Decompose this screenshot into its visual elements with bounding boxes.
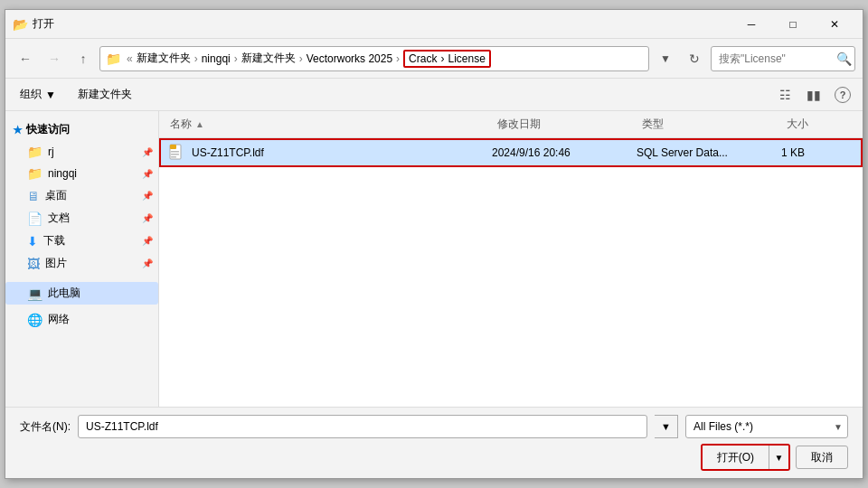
sidebar-item-thispc[interactable]: 💻 此电脑 xyxy=(5,282,158,305)
pin-icon-ningqi: 📌 xyxy=(142,169,153,179)
maximize-button[interactable]: □ xyxy=(772,10,814,39)
new-folder-label: 新建文件夹 xyxy=(78,87,132,102)
file-modified: 2024/9/16 20:46 xyxy=(492,146,637,159)
sidebar: ★ 快速访问 📁 rj 📌 📁 ningqi 📌 🖥 桌面 📌 📄 文档 xyxy=(5,111,159,407)
pc-icon: 💻 xyxy=(27,286,42,301)
breadcrumb-crack[interactable]: Crack xyxy=(409,52,437,65)
sidebar-item-label-desktop: 桌面 xyxy=(45,188,67,203)
file-icon xyxy=(168,144,186,162)
file-open-dialog: 📂 打开 ─ □ ✕ ← → ↑ 📁 « 新建文件夹 › ningqi › 新建… xyxy=(5,9,863,479)
pin-icon-downloads: 📌 xyxy=(142,236,153,246)
pin-icon-desktop: 📌 xyxy=(142,191,153,201)
sidebar-item-network[interactable]: 🌐 网络 xyxy=(5,308,158,331)
sidebar-item-rj[interactable]: 📁 rj 📌 xyxy=(5,141,158,163)
breadcrumb-sep-crack: › xyxy=(440,52,444,65)
svg-rect-4 xyxy=(171,156,176,158)
minimize-button[interactable]: ─ xyxy=(731,10,772,39)
folder-icon-ningqi: 📁 xyxy=(27,166,42,181)
svg-rect-2 xyxy=(171,151,179,153)
breadcrumb-sep-2: › xyxy=(234,52,238,65)
open-button[interactable]: 打开(O) xyxy=(703,446,769,469)
filename-dropdown-button[interactable]: ▼ xyxy=(655,415,678,438)
forward-button[interactable]: → xyxy=(42,46,67,71)
col-modified-label: 修改日期 xyxy=(497,117,541,132)
sidebar-item-label-docs: 文档 xyxy=(48,211,70,226)
col-name[interactable]: 名称 ▲ xyxy=(166,115,494,134)
sidebar-item-label-rj: rj xyxy=(48,145,54,158)
window-controls: ─ □ ✕ xyxy=(731,10,855,39)
toolbar: 组织 ▼ 新建文件夹 ☷ ▮▮ ? xyxy=(5,79,863,111)
folder-icon-docs: 📄 xyxy=(27,211,42,226)
sidebar-item-downloads[interactable]: ⬇ 下载 📌 xyxy=(5,230,158,252)
svg-rect-1 xyxy=(170,145,176,149)
file-name: US-Z11TCP.ldf xyxy=(192,146,264,159)
breadcrumb-sep-3: › xyxy=(299,52,303,65)
breadcrumb-dropdown-button[interactable]: ▼ xyxy=(653,46,678,71)
open-dropdown-button[interactable]: ▼ xyxy=(769,446,788,469)
quick-access-label: 快速访问 xyxy=(26,122,70,137)
close-button[interactable]: ✕ xyxy=(814,10,855,39)
sidebar-item-desktop[interactable]: 🖥 桌面 📌 xyxy=(5,184,158,207)
breadcrumb-part-1[interactable]: 新建文件夹 xyxy=(137,51,191,66)
col-type-label: 类型 xyxy=(642,117,664,132)
sidebar-item-label-network: 网络 xyxy=(48,312,70,327)
cancel-button[interactable]: 取消 xyxy=(796,446,848,469)
breadcrumb-sep-4: › xyxy=(396,52,400,65)
breadcrumb-part-2[interactable]: ningqi xyxy=(202,52,231,65)
refresh-button[interactable]: ↻ xyxy=(682,46,707,71)
sidebar-item-pics[interactable]: 🖼 图片 📌 xyxy=(5,252,158,275)
col-size-label: 大小 xyxy=(787,117,808,132)
network-icon: 🌐 xyxy=(27,313,42,327)
file-list-header: 名称 ▲ 修改日期 类型 大小 xyxy=(159,111,863,138)
col-size[interactable]: 大小 xyxy=(783,115,855,134)
breadcrumb-part-4[interactable]: Vectorworks 2025 xyxy=(307,52,392,65)
breadcrumb-part-3[interactable]: 新建文件夹 xyxy=(241,51,296,66)
filename-label: 文件名(N): xyxy=(20,419,71,435)
search-button[interactable]: 🔍 xyxy=(836,52,852,66)
filetype-select[interactable]: All Files (*.*)LDF Files (*.ldf)MDF File… xyxy=(685,415,848,438)
action-row: 打开(O) ▼ 取消 xyxy=(20,444,848,471)
organize-label: 组织 xyxy=(20,87,42,102)
up-button[interactable]: ↑ xyxy=(71,46,96,71)
col-type[interactable]: 类型 xyxy=(638,115,783,134)
view-layout-button[interactable]: ▮▮ xyxy=(801,83,826,107)
breadcrumb-license[interactable]: License xyxy=(448,52,485,65)
main-area: ★ 快速访问 📁 rj 📌 📁 ningqi 📌 🖥 桌面 📌 📄 文档 xyxy=(5,111,863,407)
search-input[interactable] xyxy=(711,46,855,71)
filename-input[interactable] xyxy=(78,415,647,438)
folder-icon-rj: 📁 xyxy=(27,145,42,159)
sort-arrow: ▲ xyxy=(195,119,204,129)
pin-icon-pics: 📌 xyxy=(142,258,153,268)
sidebar-item-ningqi[interactable]: 📁 ningqi 📌 xyxy=(5,163,158,184)
pin-icon-rj: 📌 xyxy=(142,147,153,157)
file-list: 名称 ▲ 修改日期 类型 大小 xyxy=(159,111,863,407)
toolbar-right: ☷ ▮▮ ? xyxy=(772,83,855,107)
title-bar: 📂 打开 ─ □ ✕ xyxy=(5,10,863,39)
help-button[interactable]: ? xyxy=(830,83,855,107)
filename-row: 文件名(N): ▼ All Files (*.*)LDF Files (*.ld… xyxy=(20,415,848,438)
col-name-label: 名称 xyxy=(170,117,192,132)
breadcrumb-sep-0: « xyxy=(127,52,133,65)
folder-icon-downloads: ⬇ xyxy=(27,234,38,249)
filetype-wrapper: All Files (*.*)LDF Files (*.ldf)MDF File… xyxy=(685,415,848,438)
back-button[interactable]: ← xyxy=(13,46,38,71)
window-title: 打开 xyxy=(33,16,731,32)
view-options-button[interactable]: ☷ xyxy=(772,83,797,107)
col-modified[interactable]: 修改日期 xyxy=(494,115,638,134)
breadcrumb-folder-icon: 📁 xyxy=(106,52,121,66)
folder-icon-desktop: 🖥 xyxy=(27,189,40,203)
quick-access-icon: ★ xyxy=(13,124,23,136)
breadcrumb-items: « 新建文件夹 › ningqi › 新建文件夹 › Vectorworks 2… xyxy=(125,50,643,68)
new-folder-button[interactable]: 新建文件夹 xyxy=(71,83,139,107)
breadcrumb-bar[interactable]: 📁 « 新建文件夹 › ningqi › 新建文件夹 › Vectorworks… xyxy=(99,46,649,71)
window-icon: 📂 xyxy=(13,17,27,32)
quick-access-header[interactable]: ★ 快速访问 xyxy=(5,118,158,141)
table-row[interactable]: US-Z11TCP.ldf 2024/9/16 20:46 SQL Server… xyxy=(159,138,863,167)
breadcrumb-highlight[interactable]: Crack › License xyxy=(403,50,491,68)
search-wrapper: 🔍 xyxy=(711,46,855,71)
svg-rect-3 xyxy=(171,154,179,155)
pin-icon-docs: 📌 xyxy=(142,213,153,223)
sidebar-item-docs[interactable]: 📄 文档 📌 xyxy=(5,207,158,230)
file-name-cell: US-Z11TCP.ldf xyxy=(168,144,492,162)
organize-button[interactable]: 组织 ▼ xyxy=(13,83,63,107)
